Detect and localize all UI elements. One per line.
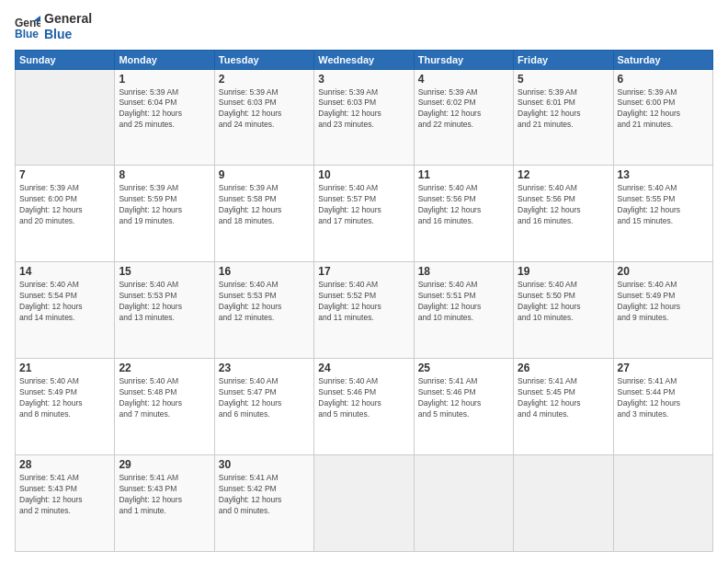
day-info: Sunrise: 5:40 AM Sunset: 5:56 PM Dayligh… [518, 183, 609, 227]
calendar-cell: 8Sunrise: 5:39 AM Sunset: 5:59 PM Daylig… [115, 166, 214, 262]
day-info: Sunrise: 5:40 AM Sunset: 5:55 PM Dayligh… [618, 183, 709, 227]
calendar-cell: 15Sunrise: 5:40 AM Sunset: 5:53 PM Dayli… [115, 262, 214, 359]
calendar-cell: 23Sunrise: 5:40 AM Sunset: 5:47 PM Dayli… [214, 359, 313, 455]
logo: General Blue General Blue [15, 11, 92, 42]
svg-text:Blue: Blue [15, 28, 39, 40]
day-number: 16 [219, 265, 310, 278]
day-number: 24 [318, 362, 409, 374]
day-info: Sunrise: 5:39 AM Sunset: 6:03 PM Dayligh… [318, 87, 409, 132]
day-number: 1 [119, 73, 210, 86]
calendar-cell: 12Sunrise: 5:40 AM Sunset: 5:56 PM Dayli… [514, 166, 613, 262]
day-number: 21 [19, 362, 110, 374]
day-number: 26 [518, 362, 609, 374]
calendar-cell: 30Sunrise: 5:41 AM Sunset: 5:42 PM Dayli… [214, 455, 313, 552]
day-number: 2 [219, 73, 310, 86]
calendar-cell: 19Sunrise: 5:40 AM Sunset: 5:50 PM Dayli… [514, 262, 613, 359]
day-number: 8 [119, 168, 210, 181]
calendar-week-row: 7Sunrise: 5:39 AM Sunset: 6:00 PM Daylig… [16, 166, 713, 262]
calendar-table: SundayMondayTuesdayWednesdayThursdayFrid… [15, 50, 713, 552]
calendar-cell: 22Sunrise: 5:40 AM Sunset: 5:48 PM Dayli… [115, 359, 214, 455]
day-info: Sunrise: 5:39 AM Sunset: 5:59 PM Dayligh… [119, 183, 210, 227]
logo-line1: General [44, 11, 92, 27]
calendar-cell: 14Sunrise: 5:40 AM Sunset: 5:54 PM Dayli… [16, 262, 115, 359]
calendar-cell: 13Sunrise: 5:40 AM Sunset: 5:55 PM Dayli… [613, 166, 712, 262]
day-info: Sunrise: 5:40 AM Sunset: 5:46 PM Dayligh… [318, 376, 409, 420]
day-number: 6 [618, 73, 709, 86]
day-info: Sunrise: 5:40 AM Sunset: 5:50 PM Dayligh… [518, 280, 609, 324]
day-number: 5 [518, 73, 609, 86]
day-number: 23 [219, 362, 310, 374]
day-number: 10 [318, 168, 409, 181]
day-info: Sunrise: 5:40 AM Sunset: 5:48 PM Dayligh… [119, 376, 210, 420]
day-number: 15 [119, 265, 210, 278]
day-info: Sunrise: 5:40 AM Sunset: 5:49 PM Dayligh… [19, 376, 110, 420]
calendar-week-row: 14Sunrise: 5:40 AM Sunset: 5:54 PM Dayli… [16, 262, 713, 359]
day-number: 17 [318, 265, 409, 278]
calendar-cell: 7Sunrise: 5:39 AM Sunset: 6:00 PM Daylig… [16, 166, 115, 262]
day-number: 28 [19, 458, 110, 471]
calendar-cell: 11Sunrise: 5:40 AM Sunset: 5:56 PM Dayli… [414, 166, 513, 262]
day-info: Sunrise: 5:40 AM Sunset: 5:53 PM Dayligh… [119, 280, 210, 324]
calendar-week-row: 1Sunrise: 5:39 AM Sunset: 6:04 PM Daylig… [16, 69, 713, 166]
calendar-header-cell: Wednesday [314, 50, 414, 69]
day-info: Sunrise: 5:39 AM Sunset: 6:01 PM Dayligh… [518, 87, 609, 132]
calendar-cell: 9Sunrise: 5:39 AM Sunset: 5:58 PM Daylig… [214, 166, 313, 262]
calendar-header: SundayMondayTuesdayWednesdayThursdayFrid… [16, 50, 713, 69]
day-info: Sunrise: 5:41 AM Sunset: 5:46 PM Dayligh… [418, 376, 509, 420]
day-info: Sunrise: 5:41 AM Sunset: 5:43 PM Dayligh… [119, 473, 210, 517]
day-number: 7 [19, 168, 110, 181]
calendar-cell [16, 69, 115, 166]
day-number: 30 [219, 458, 310, 471]
day-number: 14 [19, 265, 110, 278]
header: General Blue General Blue [15, 11, 713, 42]
calendar-week-row: 28Sunrise: 5:41 AM Sunset: 5:43 PM Dayli… [16, 455, 713, 552]
day-number: 20 [618, 265, 709, 278]
calendar-cell: 28Sunrise: 5:41 AM Sunset: 5:43 PM Dayli… [16, 455, 115, 552]
calendar-body: 1Sunrise: 5:39 AM Sunset: 6:04 PM Daylig… [16, 69, 713, 551]
calendar-cell [414, 455, 513, 552]
calendar-cell: 25Sunrise: 5:41 AM Sunset: 5:46 PM Dayli… [414, 359, 513, 455]
logo-line2: Blue [44, 27, 92, 42]
calendar-week-row: 21Sunrise: 5:40 AM Sunset: 5:49 PM Dayli… [16, 359, 713, 455]
calendar-cell: 27Sunrise: 5:41 AM Sunset: 5:44 PM Dayli… [613, 359, 712, 455]
day-number: 25 [418, 362, 509, 374]
day-number: 27 [618, 362, 709, 374]
calendar-cell [613, 455, 712, 552]
calendar-cell: 4Sunrise: 5:39 AM Sunset: 6:02 PM Daylig… [414, 69, 513, 166]
calendar-header-cell: Monday [115, 50, 214, 69]
calendar-cell: 2Sunrise: 5:39 AM Sunset: 6:03 PM Daylig… [214, 69, 313, 166]
day-info: Sunrise: 5:40 AM Sunset: 5:52 PM Dayligh… [318, 280, 409, 324]
calendar-cell: 26Sunrise: 5:41 AM Sunset: 5:45 PM Dayli… [514, 359, 613, 455]
day-info: Sunrise: 5:39 AM Sunset: 6:00 PM Dayligh… [618, 87, 709, 132]
calendar-cell: 6Sunrise: 5:39 AM Sunset: 6:00 PM Daylig… [613, 69, 712, 166]
day-info: Sunrise: 5:40 AM Sunset: 5:53 PM Dayligh… [219, 280, 310, 324]
day-number: 13 [618, 168, 709, 181]
calendar-header-cell: Tuesday [214, 50, 313, 69]
day-info: Sunrise: 5:39 AM Sunset: 5:58 PM Dayligh… [219, 183, 310, 227]
calendar-cell: 24Sunrise: 5:40 AM Sunset: 5:46 PM Dayli… [314, 359, 414, 455]
day-info: Sunrise: 5:39 AM Sunset: 6:02 PM Dayligh… [418, 87, 509, 132]
day-number: 29 [119, 458, 210, 471]
calendar-cell: 16Sunrise: 5:40 AM Sunset: 5:53 PM Dayli… [214, 262, 313, 359]
day-info: Sunrise: 5:40 AM Sunset: 5:56 PM Dayligh… [418, 183, 509, 227]
calendar-cell: 5Sunrise: 5:39 AM Sunset: 6:01 PM Daylig… [514, 69, 613, 166]
day-number: 11 [418, 168, 509, 181]
calendar-header-cell: Sunday [16, 50, 115, 69]
day-info: Sunrise: 5:40 AM Sunset: 5:54 PM Dayligh… [19, 280, 110, 324]
day-info: Sunrise: 5:39 AM Sunset: 6:03 PM Dayligh… [219, 87, 310, 132]
day-number: 3 [318, 73, 409, 86]
day-number: 12 [518, 168, 609, 181]
day-info: Sunrise: 5:40 AM Sunset: 5:57 PM Dayligh… [318, 183, 409, 227]
calendar-cell [314, 455, 414, 552]
calendar-header-cell: Thursday [414, 50, 513, 69]
day-number: 19 [518, 265, 609, 278]
day-info: Sunrise: 5:40 AM Sunset: 5:51 PM Dayligh… [418, 280, 509, 324]
calendar-header-cell: Friday [514, 50, 613, 69]
calendar-header-row: SundayMondayTuesdayWednesdayThursdayFrid… [16, 50, 713, 69]
day-number: 18 [418, 265, 509, 278]
calendar-cell: 29Sunrise: 5:41 AM Sunset: 5:43 PM Dayli… [115, 455, 214, 552]
calendar-cell: 21Sunrise: 5:40 AM Sunset: 5:49 PM Dayli… [16, 359, 115, 455]
calendar-cell: 20Sunrise: 5:40 AM Sunset: 5:49 PM Dayli… [613, 262, 712, 359]
day-number: 9 [219, 168, 310, 181]
day-info: Sunrise: 5:39 AM Sunset: 6:00 PM Dayligh… [19, 183, 110, 227]
